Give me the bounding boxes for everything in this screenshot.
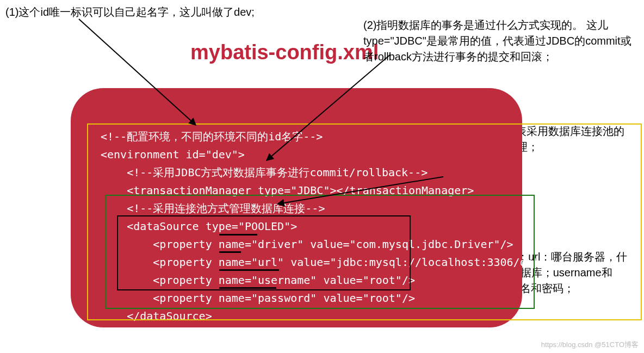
underline-driver xyxy=(219,234,257,236)
highlight-rect-properties xyxy=(117,215,411,290)
diagram-title: mybatis-config.xml xyxy=(190,41,379,64)
underline-username xyxy=(219,269,279,271)
annotation-2: (2)指明数据库的事务是通过什么方式实现的。 这儿type="JDBC"是最常用… xyxy=(363,17,641,65)
code-line: </environment> xyxy=(101,327,193,340)
underline-password xyxy=(219,287,276,289)
watermark: https://blog.csdn @51CTO博客 xyxy=(541,340,639,350)
annotation-1: (1)这个id唯一标识可以自己起名字，这儿叫做了dev; xyxy=(5,4,359,20)
underline-url xyxy=(219,251,241,253)
